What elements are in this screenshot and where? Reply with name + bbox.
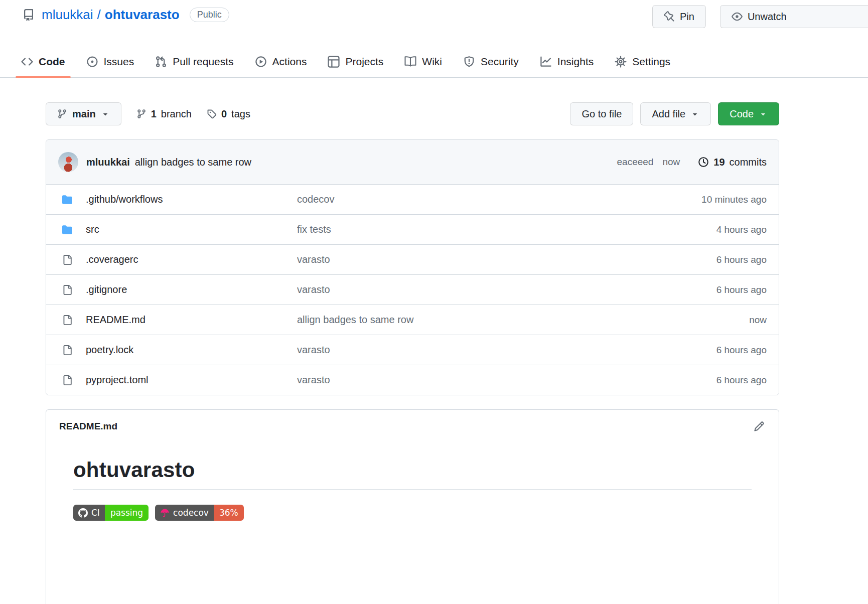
file-browser: mluukkai allign badges to same row eacee…: [46, 139, 779, 395]
go-to-file-button[interactable]: Go to file: [570, 102, 633, 125]
commit-author-link[interactable]: mluukkai: [86, 157, 130, 168]
history-icon: [698, 157, 709, 168]
file-name-cell: src: [58, 224, 297, 235]
file-name-cell: pyproject.toml: [58, 374, 297, 386]
table-row[interactable]: src fix tests 4 hours ago: [46, 214, 779, 244]
file-commit-time: 6 hours ago: [651, 284, 767, 295]
repo-header: mluukkai / ohtuvarasto Public Pin Unwatc…: [0, 0, 868, 33]
repo-nav: Code Issues Pull requests Actions Projec…: [0, 46, 868, 78]
file-name-link[interactable]: README.md: [86, 314, 146, 326]
gear-icon: [615, 56, 627, 68]
file-commit-time: 10 minutes ago: [651, 194, 767, 205]
unwatch-button[interactable]: Unwatch: [720, 5, 868, 28]
tab-pull-requests-label: Pull requests: [173, 56, 233, 68]
file-icon: [62, 375, 72, 385]
file-name-link[interactable]: pyproject.toml: [86, 374, 149, 386]
avatar[interactable]: [58, 152, 78, 172]
ci-status-badge[interactable]: CI passing: [73, 505, 149, 521]
tag-icon: [207, 109, 217, 119]
file-commit-message-cell: allign badges to same row: [297, 314, 651, 326]
file-icon: [62, 285, 72, 295]
file-name-link[interactable]: src: [86, 224, 99, 235]
table-row[interactable]: poetry.lock varasto 6 hours ago: [46, 335, 779, 365]
commit-history-link[interactable]: 19 commits: [698, 157, 767, 168]
file-commit-message-link[interactable]: varasto: [297, 344, 330, 355]
tab-code[interactable]: Code: [14, 46, 73, 77]
branch-count-label: branch: [161, 108, 192, 120]
folder-icon: [62, 225, 72, 235]
table-icon: [328, 56, 340, 68]
ci-badge-label: CI: [91, 508, 100, 518]
current-branch-label: main: [72, 108, 96, 120]
branches-link[interactable]: 1 branch: [136, 108, 192, 120]
commit-sha-link[interactable]: eaceeed: [617, 157, 654, 168]
add-file-label: Add file: [652, 108, 685, 120]
file-commit-message-link[interactable]: varasto: [297, 284, 330, 295]
code-dropdown-button[interactable]: Code: [718, 102, 779, 125]
file-name-link[interactable]: .coveragerc: [86, 254, 138, 265]
table-row[interactable]: .coveragerc varasto 6 hours ago: [46, 244, 779, 274]
table-row[interactable]: pyproject.toml varasto 6 hours ago: [46, 365, 779, 395]
file-name-link[interactable]: .gitignore: [86, 284, 127, 295]
file-commit-time: 6 hours ago: [651, 254, 767, 265]
table-row[interactable]: .github/workflows codecov 10 minutes ago: [46, 184, 779, 214]
chevron-down-icon: [101, 109, 110, 118]
file-name-cell: poetry.lock: [58, 344, 297, 356]
readme-filename[interactable]: README.md: [59, 421, 117, 432]
repo-name-link[interactable]: ohtuvarasto: [105, 7, 180, 23]
pin-button[interactable]: Pin: [652, 5, 706, 28]
tab-security-label: Security: [481, 56, 519, 68]
file-commit-message-cell: varasto: [297, 284, 651, 295]
tab-insights[interactable]: Insights: [532, 46, 601, 77]
tab-settings[interactable]: Settings: [607, 46, 678, 77]
tab-projects[interactable]: Projects: [320, 46, 391, 77]
tab-wiki[interactable]: Wiki: [397, 46, 450, 77]
ci-badge-label-segment: CI: [73, 505, 105, 521]
pin-icon: [664, 11, 675, 22]
branch-selector-button[interactable]: main: [46, 102, 121, 125]
file-commit-time: 6 hours ago: [651, 375, 767, 386]
file-commit-message-link[interactable]: varasto: [297, 374, 330, 385]
file-name-cell: README.md: [58, 314, 297, 326]
table-row[interactable]: .gitignore varasto 6 hours ago: [46, 274, 779, 305]
tags-link[interactable]: 0 tags: [207, 108, 250, 120]
tab-pull-requests[interactable]: Pull requests: [148, 46, 241, 77]
file-commit-time: 6 hours ago: [651, 345, 767, 356]
file-commit-time: 4 hours ago: [651, 224, 767, 235]
file-name-link[interactable]: poetry.lock: [86, 344, 133, 356]
code-button-label: Code: [730, 108, 754, 120]
tab-insights-label: Insights: [557, 56, 594, 68]
file-commit-message-link[interactable]: varasto: [297, 254, 330, 265]
codecov-badge-value: 36%: [214, 505, 244, 521]
main-content: main 1 branch 0 tags Go to file Add file…: [46, 102, 779, 604]
pencil-icon[interactable]: [754, 421, 765, 432]
file-icon: [62, 315, 72, 325]
file-name-link[interactable]: .github/workflows: [86, 194, 163, 205]
issue-opened-icon: [86, 56, 98, 68]
page-title: mluukkai / ohtuvarasto: [42, 7, 180, 23]
commits-count-label: commits: [730, 157, 767, 168]
codecov-badge-label: codecov: [173, 508, 209, 518]
tab-issues-label: Issues: [104, 56, 134, 68]
repo-owner-link[interactable]: mluukkai: [42, 7, 93, 23]
file-commit-message-link[interactable]: allign badges to same row: [297, 314, 413, 325]
file-name-cell: .github/workflows: [58, 194, 297, 205]
file-commit-message-cell: fix tests: [297, 224, 651, 235]
tab-issues[interactable]: Issues: [79, 46, 142, 77]
graph-icon: [540, 56, 552, 68]
commit-message-link[interactable]: allign badges to same row: [135, 157, 251, 168]
readme-header: README.md: [46, 410, 779, 437]
commit-time: now: [662, 157, 680, 168]
tab-wiki-label: Wiki: [422, 56, 442, 68]
file-commit-time: now: [651, 315, 767, 326]
header-actions: Pin Unwatch: [652, 5, 868, 28]
tab-security[interactable]: Security: [456, 46, 526, 77]
file-commit-message-link[interactable]: codecov: [297, 194, 335, 205]
codecov-badge[interactable]: codecov 36%: [155, 505, 244, 521]
repo-icon: [23, 9, 35, 21]
add-file-button[interactable]: Add file: [640, 102, 711, 125]
file-commit-message-link[interactable]: fix tests: [297, 224, 331, 235]
tab-actions[interactable]: Actions: [247, 46, 315, 77]
readme-section: README.md ohtuvarasto CI passing codecov: [46, 409, 779, 604]
table-row[interactable]: README.md allign badges to same row now: [46, 305, 779, 335]
